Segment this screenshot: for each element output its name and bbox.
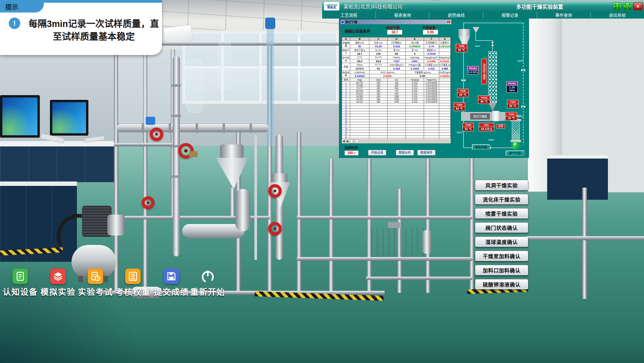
param-value: 43 <box>369 67 388 71</box>
side-button-8[interactable]: 硫酸钾溶液确认 <box>475 279 528 289</box>
row-number: 4 <box>342 90 350 92</box>
dialog-titlebar[interactable]: 洞式干燥 x <box>340 20 451 24</box>
param-value: 0.74 <box>424 45 439 48</box>
heater-button[interactable]: 电加热器 <box>472 144 490 150</box>
layers-icon <box>50 269 66 284</box>
side-button-1[interactable]: 风洞干燥实验 <box>475 180 528 190</box>
param-value: 0.95 <box>406 74 439 78</box>
menu-item-4[interactable]: 报警记录 <box>483 12 537 18</box>
data-cell <box>439 103 451 106</box>
data-cell <box>439 106 451 109</box>
cyclone-body <box>458 29 470 36</box>
data-cell <box>439 136 451 138</box>
scada-window-top: LABPARK 莱帕克 莱帕克(北京)科技有限公司 多功能干燥实验装置 ↘↙↗↖… <box>322 1 644 19</box>
param-label: A干燥室m² <box>388 41 406 45</box>
data-cell <box>350 122 369 125</box>
side-button-5[interactable]: 湿球温度确认 <box>475 236 528 247</box>
abs-dry-weight-value: 18.7 <box>387 30 402 35</box>
data-cell <box>439 111 451 114</box>
param-value: 1270.0 <box>350 67 369 71</box>
dialog-icon <box>341 21 344 24</box>
toolbar-item-6[interactable]: 重新开始 <box>186 269 230 297</box>
sheet-next-button[interactable]: ▶ <box>346 140 350 143</box>
sample-cylinder <box>492 111 500 121</box>
data-cell <box>388 103 406 106</box>
start-record-button[interactable]: 开始记录 <box>368 150 386 156</box>
row-number: 2 <box>342 84 350 87</box>
frame-bar <box>526 236 644 240</box>
side-button-3[interactable]: 喷雾干燥实验 <box>475 208 528 219</box>
data-cell <box>424 106 439 109</box>
data-cell <box>439 114 451 117</box>
data-analysis-button[interactable]: 数据分析 <box>396 150 414 156</box>
data-cell <box>424 111 439 114</box>
toolbar-item-4[interactable]: 考核权重 <box>111 269 155 297</box>
bench-cabinet <box>0 146 114 182</box>
data-cell <box>439 119 451 122</box>
menu-item-3[interactable]: 趋势曲线 <box>429 12 483 18</box>
side-button-7[interactable]: 加料口加料确认 <box>475 265 528 275</box>
side-button-2[interactable]: 流化床干燥实验 <box>475 194 528 204</box>
param-label: 厚 mm <box>406 48 424 52</box>
data-cell <box>424 133 439 136</box>
exhaust-pump-button[interactable]: 废气气泵 <box>506 150 525 156</box>
window-close-button[interactable]: × <box>633 2 643 10</box>
data-cell <box>369 103 388 106</box>
tare-button[interactable]: 清零 <box>496 124 505 129</box>
param-value: 80 <box>388 52 406 56</box>
data-cell: 180 <box>369 101 388 103</box>
data-cell <box>350 128 369 130</box>
sheet-prev-button[interactable]: ◀ <box>342 140 346 143</box>
data-cell: 1440 <box>388 101 406 103</box>
dialog-close-button[interactable]: x <box>447 20 451 24</box>
window-pane <box>300 33 336 66</box>
row-number: 7 <box>342 98 350 101</box>
row-number: 20 <box>342 133 350 136</box>
data-cell: 0.00145325 <box>424 82 439 84</box>
side-button-4[interactable]: 阀门状态确认 <box>475 222 528 233</box>
data-header-row: 序号m(g)Δt(s)t(s)X(kg/kg)Na(g/m²s) <box>342 78 451 82</box>
tag-value: 20 ℃ <box>507 104 519 109</box>
window-maximize-button[interactable]: ↖↗↙↘ <box>623 2 632 10</box>
window-restore-button[interactable]: ↘↙↗↖ <box>613 2 622 10</box>
param-group-label: 风量 <box>342 63 350 71</box>
arrow-icon: ↘ <box>627 6 632 10</box>
param-group-label: 设备数据 <box>342 41 350 48</box>
sheet-tab[interactable]: 记2 <box>350 139 359 143</box>
table-row-1: 180.7411801805.2310.00145325 <box>342 82 451 84</box>
tag-value: 1.30 kPa <box>506 86 518 93</box>
menu-item-2[interactable]: 报表查询 <box>375 12 429 18</box>
side-button-6[interactable]: 干燥室加料确认 <box>475 251 528 261</box>
data-header-cell <box>439 78 451 82</box>
menu-item-5[interactable]: 事件查询 <box>537 12 590 18</box>
data-save-button[interactable]: 数据保存 <box>417 150 436 156</box>
data-cell <box>350 103 369 106</box>
blue-actuator-valve <box>146 117 155 125</box>
doc-icon <box>12 269 28 284</box>
brass-valve <box>189 151 198 157</box>
pipe-flange <box>169 123 171 133</box>
data-header-cell: Na(g/m²s) <box>424 78 439 82</box>
menu-item-1[interactable]: 工艺流程 <box>322 12 375 18</box>
param-label: vH(m³湿/kg干) <box>388 63 406 67</box>
param-value: 0.03934 <box>439 74 451 78</box>
data-cell <box>369 128 388 130</box>
data-cell <box>439 133 451 136</box>
tag-value: 20 ℃ <box>457 93 469 97</box>
tube-cap <box>265 18 275 29</box>
data-cell <box>369 119 388 122</box>
arrow-icon: ↖ <box>617 6 621 10</box>
data-cell <box>439 130 451 133</box>
menu-item-6[interactable]: 退出系统 <box>590 12 644 18</box>
data-cell <box>406 122 424 125</box>
param-label: u干燥室 (m/s) <box>424 63 439 67</box>
bench-top <box>0 182 77 186</box>
tag-value: 32 ℃ <box>463 127 474 132</box>
data-cell: 5.231 <box>406 95 424 98</box>
table-row-19: 19 <box>342 130 451 133</box>
data-cell <box>350 114 369 117</box>
data-cell <box>424 109 439 111</box>
drying-dialog: 洞式干燥 x 请确认实验条件 绝对干重 18.7 干燥速率 0.95 ABCDE… <box>340 19 452 157</box>
data-cell <box>406 103 424 106</box>
data-cell <box>388 128 406 130</box>
